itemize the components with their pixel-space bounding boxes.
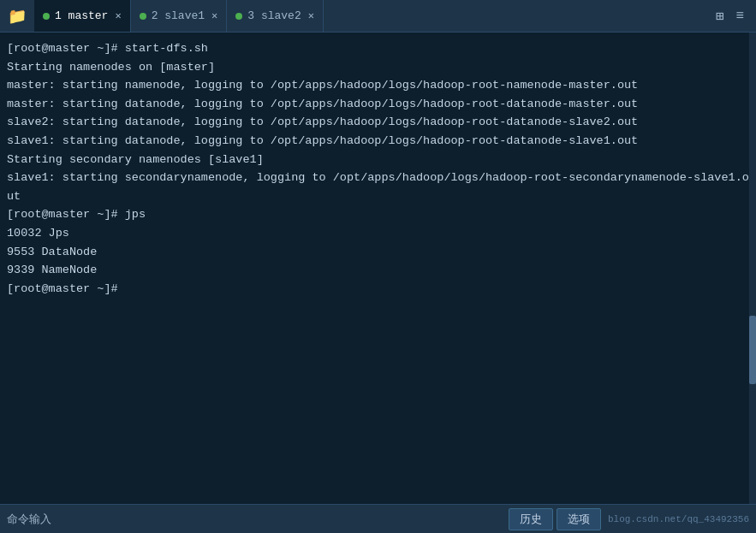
- tab-slave2-label: 3 slave2: [247, 9, 301, 22]
- tab-slave1[interactable]: 2 slave1 ✕: [131, 0, 228, 32]
- tab-slave1-close[interactable]: ✕: [211, 9, 217, 22]
- history-button[interactable]: 历史: [509, 508, 553, 530]
- tab-slave2[interactable]: 3 slave2 ✕: [227, 0, 324, 32]
- menu-icon[interactable]: ≡: [732, 7, 747, 26]
- bottom-buttons: 历史 选项: [509, 508, 601, 530]
- watermark-text: blog.csdn.net/qq_43492356: [608, 514, 749, 524]
- cmd-input-label: 命令输入: [7, 512, 51, 527]
- tab-master[interactable]: 1 master ✕: [34, 0, 131, 32]
- options-button[interactable]: 选项: [557, 508, 601, 530]
- tab-slave2-dot: [235, 13, 242, 20]
- grid-icon[interactable]: ⊞: [712, 6, 728, 27]
- scrollbar[interactable]: [749, 33, 756, 504]
- tab-master-close[interactable]: ✕: [115, 9, 121, 22]
- tab-slave2-close[interactable]: ✕: [308, 9, 314, 22]
- tab-list: 1 master ✕ 2 slave1 ✕ 3 slave2 ✕: [34, 0, 712, 32]
- folder-icon: 📁: [8, 7, 27, 26]
- title-bar: 📁 1 master ✕ 2 slave1 ✕ 3 slave2 ✕ ⊞ ≡: [0, 0, 756, 33]
- tab-master-label: 1 master: [55, 9, 108, 22]
- folder-button[interactable]: 📁: [3, 3, 31, 30]
- scrollbar-thumb[interactable]: [749, 316, 756, 384]
- terminal-output: [root@master ~]# start-dfs.sh Starting n…: [7, 39, 749, 298]
- tab-slave1-dot: [140, 13, 146, 20]
- title-bar-actions: ⊞ ≡: [712, 6, 753, 27]
- terminal-area[interactable]: [root@master ~]# start-dfs.sh Starting n…: [0, 33, 756, 504]
- tab-slave1-label: 2 slave1: [152, 9, 205, 22]
- tab-status-dot: [43, 13, 50, 20]
- bottom-bar: 命令输入 历史 选项 blog.csdn.net/qq_43492356: [0, 504, 756, 533]
